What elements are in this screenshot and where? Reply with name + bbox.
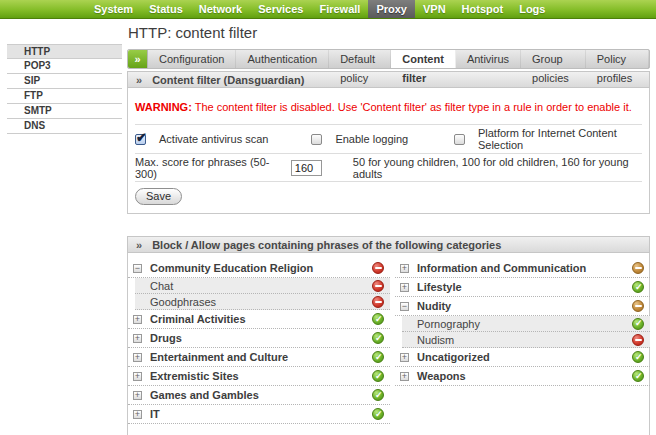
collapse-icon[interactable]: − <box>400 302 409 311</box>
section-chevron-icon: » <box>136 72 142 87</box>
tab-configuration[interactable]: Configuration <box>148 50 236 68</box>
max-score-hint: 50 for young children, 100 for old child… <box>353 156 642 180</box>
category-row-community-education-religion: −Community Education Religion <box>128 259 390 278</box>
category-row-nudity: −Nudity <box>395 297 650 316</box>
nav-item-status[interactable]: Status <box>141 0 191 18</box>
main-content: HTTP: content filter » ConfigurationAuth… <box>127 22 650 435</box>
allowed-state-icon[interactable] <box>632 351 644 363</box>
allowed-state-icon[interactable] <box>632 370 644 382</box>
expand-icon[interactable]: + <box>133 410 142 419</box>
tab-authentication[interactable]: Authentication <box>236 50 329 68</box>
category-label: Games and Gambles <box>150 389 364 401</box>
sidebar-item-smtp[interactable]: SMTP <box>7 104 122 119</box>
tab-antivirus[interactable]: Antivirus <box>456 50 521 68</box>
nav-item-logs[interactable]: Logs <box>511 0 553 18</box>
top-nav: SystemStatusNetworkServicesFirewallProxy… <box>0 0 656 19</box>
content-filter-panel: WARNING: The content filter is disabled.… <box>127 88 650 214</box>
nav-item-network[interactable]: Network <box>191 0 250 18</box>
category-label: IT <box>150 408 364 420</box>
category-label: Extremistic Sites <box>150 370 364 382</box>
category-row-games-and-gambles: +Games and Gambles <box>128 386 390 405</box>
category-row-chat: Chat <box>135 278 390 294</box>
category-label: Entertainment and Culture <box>150 351 364 363</box>
expand-icon[interactable]: + <box>133 315 142 324</box>
checkbox-item-enable-logging: Enable logging <box>311 133 454 145</box>
checkbox-label: Enable logging <box>335 133 408 145</box>
nav-item-vpn[interactable]: VPN <box>415 0 454 18</box>
category-label: Information and Communication <box>417 262 624 274</box>
sidebar-item-http[interactable]: HTTP <box>7 44 122 59</box>
expand-icon[interactable]: + <box>133 334 142 343</box>
sidebar-item-pop3[interactable]: POP3 <box>7 59 122 74</box>
save-button[interactable]: Save <box>135 188 182 205</box>
blocked-state-icon[interactable] <box>632 334 644 346</box>
mixed-state-icon[interactable] <box>632 300 644 312</box>
sidebar-item-ftp[interactable]: FTP <box>7 89 122 104</box>
expand-icon[interactable]: + <box>133 353 142 362</box>
collapse-icon[interactable]: − <box>133 264 142 273</box>
max-score-row: Max. score for phrases (50-300) 50 for y… <box>135 154 642 182</box>
sidebar-item-sip[interactable]: SIP <box>7 74 122 89</box>
nav-item-system[interactable]: System <box>86 0 141 18</box>
tab-bar-chevron-icon[interactable]: » <box>128 50 148 68</box>
allowed-state-icon[interactable] <box>372 389 384 401</box>
section-chevron-icon: » <box>136 237 142 252</box>
allowed-state-icon[interactable] <box>372 332 384 344</box>
allowed-state-icon[interactable] <box>372 313 384 325</box>
nav-item-services[interactable]: Services <box>250 0 311 18</box>
category-label: Uncatigorized <box>417 351 624 363</box>
checkbox-label: Activate antivirus scan <box>159 133 268 145</box>
nav-item-proxy[interactable]: Proxy <box>368 0 415 18</box>
checkbox-label: Platform for Internet Content Selection <box>478 127 642 151</box>
nav-item-hotspot[interactable]: Hotspot <box>454 0 512 18</box>
checkbox-enable-logging[interactable] <box>311 134 322 145</box>
tab-group-policies[interactable]: Group policies <box>521 50 586 68</box>
expand-icon[interactable]: + <box>400 283 409 292</box>
tab-default-policy[interactable]: Default policy <box>329 50 391 68</box>
category-list-panel: −Community Education ReligionChatGoodphr… <box>127 253 650 435</box>
blocked-state-icon[interactable] <box>372 262 384 274</box>
warning-text: The content filter is disabled. Use 'Con… <box>195 101 632 113</box>
allowed-state-icon[interactable] <box>372 408 384 420</box>
category-label: Lifestyle <box>417 281 624 293</box>
category-row-uncatigorized: +Uncatigorized <box>395 348 650 367</box>
checked-checkbox-activate-antivirus-scan[interactable] <box>135 134 146 145</box>
max-score-input[interactable] <box>291 160 322 176</box>
blocked-state-icon[interactable] <box>372 296 384 308</box>
section-header-content-filter: » Content filter (Dansguardian) <box>127 71 650 88</box>
category-label: Nudity <box>417 300 624 312</box>
allowed-state-icon[interactable] <box>372 351 384 363</box>
nav-item-firewall[interactable]: Firewall <box>311 0 368 18</box>
category-label: Weapons <box>417 370 624 382</box>
tab-policy-profiles[interactable]: Policy profiles <box>586 50 649 68</box>
mixed-state-icon[interactable] <box>632 262 644 274</box>
expand-icon[interactable]: + <box>400 264 409 273</box>
checkbox-item-platform-for-internet-content-selection: Platform for Internet Content Selection <box>454 127 642 151</box>
category-label: Community Education Religion <box>150 262 364 274</box>
sidebar-item-dns[interactable]: DNS <box>7 119 122 134</box>
allowed-state-icon[interactable] <box>632 318 644 330</box>
allowed-state-icon[interactable] <box>372 370 384 382</box>
category-row-drugs: +Drugs <box>128 329 390 348</box>
checkbox-item-activate-antivirus-scan: Activate antivirus scan <box>135 133 311 145</box>
expand-icon[interactable]: + <box>133 372 142 381</box>
blocked-state-icon[interactable] <box>372 280 384 292</box>
category-row-goodphrases: Goodphrases <box>135 294 390 310</box>
category-row-information-and-communication: +Information and Communication <box>395 259 650 278</box>
tab-content-filter[interactable]: Content filter <box>391 50 456 68</box>
sidebar-proxy-protocols: HTTPPOP3SIPFTPSMTPDNS <box>7 44 122 134</box>
category-column-right: +Information and Communication+Lifestyle… <box>395 259 650 386</box>
page-title: HTTP: content filter <box>128 24 650 41</box>
category-label: Criminal Activities <box>150 313 364 325</box>
checkbox-platform-for-internet-content-selection[interactable] <box>454 134 465 145</box>
allowed-state-icon[interactable] <box>632 281 644 293</box>
expand-icon[interactable]: + <box>133 391 142 400</box>
category-row-lifestyle: +Lifestyle <box>395 278 650 297</box>
category-row-entertainment-and-culture: +Entertainment and Culture <box>128 348 390 367</box>
category-row-extremistic-sites: +Extremistic Sites <box>128 367 390 386</box>
expand-icon[interactable]: + <box>400 353 409 362</box>
save-row: Save <box>135 182 642 213</box>
expand-icon[interactable]: + <box>400 372 409 381</box>
max-score-label: Max. score for phrases (50-300) <box>135 156 282 180</box>
category-label: Chat <box>150 280 364 292</box>
